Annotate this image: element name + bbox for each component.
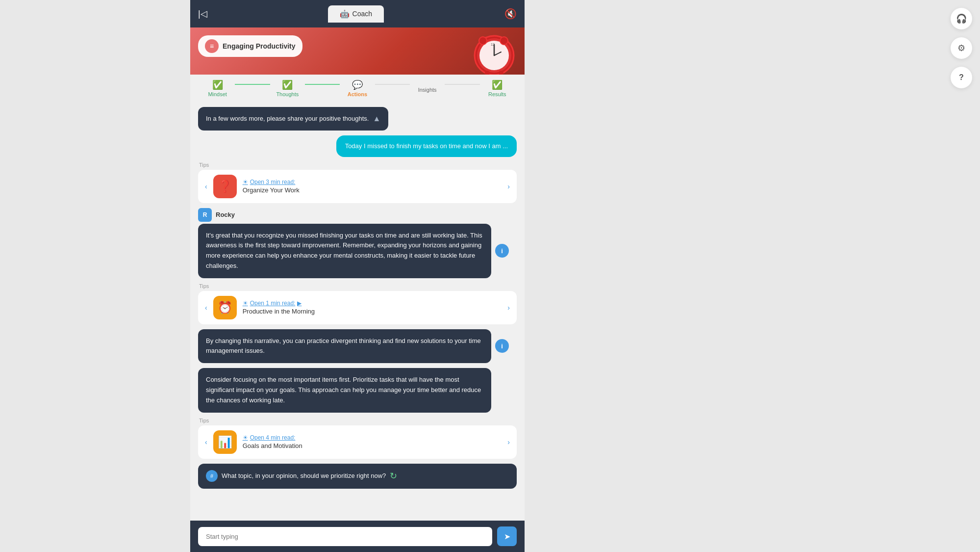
steps-container: ✅ Mindset ✅ Thoughts 💬 Actions Insights (200, 80, 515, 97)
alarm-clock: 12 (466, 27, 520, 75)
sun-icon-2: ☀ (243, 300, 248, 307)
connector-4 (445, 84, 479, 85)
chat-area: In a few words more, please share your p… (190, 101, 525, 521)
coach-bubble-1: By changing this narrative, you can prac… (198, 329, 491, 364)
headphones-icon: 🎧 (956, 13, 967, 24)
left-area (0, 0, 190, 552)
rocky-message-row: It's great that you recognize you missed… (198, 224, 517, 278)
tips-prev-3[interactable]: ‹ (205, 438, 207, 446)
banner-icon-symbol: ≡ (210, 42, 214, 50)
actions-icon: 💬 (352, 80, 363, 89)
input-area: ➤ (190, 521, 525, 552)
coach-tab-icon: 🤖 (340, 9, 350, 19)
tips-next-3[interactable]: › (507, 438, 510, 446)
system-message-1: In a few words more, please share your p… (198, 107, 388, 131)
coach-bubble-2: Consider focusing on the most important … (198, 368, 491, 412)
headphones-button[interactable]: 🎧 (951, 8, 972, 29)
tips-card-3: ‹ 📊 ☀ Open 4 min read: Goals and Motivat… (198, 425, 517, 459)
right-sidebar: 🎧 ⚙ ? (525, 0, 980, 552)
tips-card-1: ‹ ❓ ☀ Open 3 min read: Organize Your Wor… (198, 170, 517, 203)
top-bar: |◁ 🤖 Coach 🔇 (190, 0, 525, 27)
step-insights[interactable]: Insights (410, 85, 445, 93)
chevron-up-icon[interactable]: ▲ (373, 113, 380, 125)
coach-message-row-1: By changing this narrative, you can prac… (198, 329, 517, 364)
tips-section-1: Tips ‹ ❓ ☀ Open 3 min read: Organize You… (198, 162, 517, 203)
tips-icon-symbol-3: 📊 (218, 435, 232, 449)
svg-text:12: 12 (491, 43, 495, 46)
rocky-text: It's great that you recognize you missed… (206, 232, 482, 269)
user-message-1: Today I missed to finish my tasks on tim… (336, 135, 517, 157)
info-btn-1[interactable]: i (495, 244, 509, 258)
tab-bar: 🤖 Coach (328, 5, 384, 23)
mindset-label: Mindset (208, 91, 227, 97)
mute-icon[interactable]: 🔇 (504, 8, 517, 20)
svg-point-7 (500, 37, 508, 45)
connector-3 (375, 84, 410, 85)
step-results[interactable]: ✅ Results (480, 80, 515, 97)
collapse-icon[interactable]: |◁ (198, 8, 207, 19)
coach-text-2: Consider focusing on the most important … (206, 376, 481, 404)
tips-title-3: Goals and Motivation (243, 442, 502, 449)
tips-label-1: Tips (198, 162, 517, 168)
header-banner: ≡ Engaging Productivity 12 (190, 27, 525, 75)
tips-prev-2[interactable]: ‹ (205, 304, 207, 312)
tips-read-link-3[interactable]: ☀ Open 4 min read: (243, 434, 502, 441)
settings-button[interactable]: ⚙ (951, 37, 972, 59)
tips-read-link-1[interactable]: ☀ Open 3 min read: (243, 179, 502, 185)
tips-icon-3: 📊 (213, 430, 237, 454)
tips-section-2: Tips ‹ ⏰ ☀ Open 1 min read: ▶ Productive… (198, 283, 517, 324)
rocky-avatar: R (198, 208, 212, 222)
tab-label: Coach (352, 10, 372, 18)
insights-label: Insights (418, 87, 437, 93)
step-thoughts[interactable]: ✅ Thoughts (270, 80, 305, 97)
connector-1 (235, 84, 270, 85)
tips-label-3: Tips (198, 418, 517, 423)
tips-read-link-2[interactable]: ☀ Open 1 min read: ▶ (243, 300, 502, 307)
tips-next-1[interactable]: › (507, 183, 510, 190)
system-message-1-text: In a few words more, please share your p… (206, 114, 369, 124)
results-label: Results (488, 91, 506, 97)
tips-read-text-1: Open 3 min read: (250, 179, 296, 185)
results-check-icon: ✅ (492, 80, 503, 89)
banner-pill-icon: ≡ (205, 39, 219, 53)
svg-point-6 (479, 37, 487, 45)
tab-coach[interactable]: 🤖 Coach (328, 5, 384, 23)
tips-read-text-2: Open 1 min read: (250, 300, 296, 307)
connector-2 (305, 84, 340, 85)
coach-text-1: By changing this narrative, you can prac… (206, 337, 481, 355)
tips-card-2: ‹ ⏰ ☀ Open 1 min read: ▶ Productive in t… (198, 291, 517, 324)
progress-steps: ✅ Mindset ✅ Thoughts 💬 Actions Insights (190, 75, 525, 101)
send-button[interactable]: ➤ (497, 526, 517, 546)
chat-input[interactable] (198, 527, 492, 546)
video-icon-2: ▶ (297, 300, 302, 307)
question-bubble: # What topic, in your opinion, should we… (198, 464, 517, 489)
refresh-icon[interactable]: ↻ (390, 470, 397, 483)
sun-icon-3: ☀ (243, 434, 248, 441)
step-actions[interactable]: 💬 Actions (340, 80, 375, 97)
tips-title-2: Productive in the Morning (243, 308, 502, 315)
step-mindset[interactable]: ✅ Mindset (200, 80, 235, 97)
tips-icon-2: ⏰ (213, 296, 237, 319)
tips-content-3: ☀ Open 4 min read: Goals and Motivation (243, 434, 502, 449)
thoughts-label: Thoughts (276, 91, 299, 97)
tips-icon-1: ❓ (213, 175, 237, 198)
rocky-section: R Rocky It's great that you recognize yo… (198, 208, 517, 278)
tips-label-2: Tips (198, 283, 517, 289)
sun-icon-1: ☀ (243, 179, 248, 185)
main-window: |◁ 🤖 Coach 🔇 ≡ Engaging Productivity (190, 0, 525, 552)
help-button[interactable]: ? (951, 67, 972, 88)
banner-title: Engaging Productivity (223, 42, 296, 50)
tips-content-2: ☀ Open 1 min read: ▶ Productive in the M… (243, 300, 502, 315)
rocky-header: R Rocky (198, 208, 517, 222)
tips-icon-symbol-2: ⏰ (218, 301, 232, 315)
question-text: What topic, in your opinion, should we p… (222, 471, 386, 481)
info-btn-2[interactable]: i (495, 339, 509, 353)
help-icon: ? (959, 73, 964, 82)
tips-icon-symbol-1: ❓ (218, 180, 232, 193)
tips-content-1: ☀ Open 3 min read: Organize Your Work (243, 179, 502, 194)
tips-section-3: Tips ‹ 📊 ☀ Open 4 min read: Goals and Mo… (198, 418, 517, 459)
settings-icon: ⚙ (957, 43, 965, 53)
tips-prev-1[interactable]: ‹ (205, 183, 207, 190)
tips-next-2[interactable]: › (507, 304, 510, 312)
tips-read-text-3: Open 4 min read: (250, 434, 296, 441)
